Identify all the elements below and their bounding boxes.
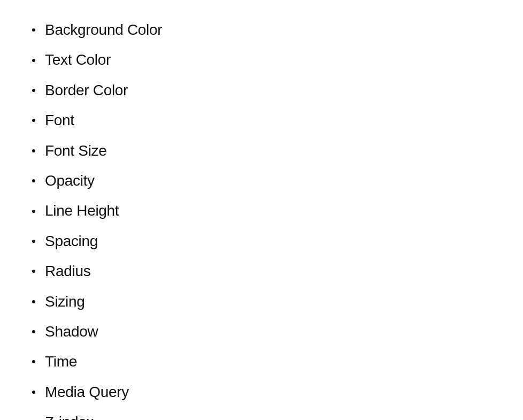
bullet-icon xyxy=(32,240,35,243)
item-label-font-size: Font Size xyxy=(45,141,107,161)
properties-list: Background ColorText ColorBorder ColorFo… xyxy=(0,0,523,420)
item-label-time: Time xyxy=(45,352,77,371)
item-label-font: Font xyxy=(45,111,74,130)
item-label-line-height: Line Height xyxy=(45,201,119,220)
bullet-icon xyxy=(32,210,35,213)
list-item-opacity[interactable]: Opacity xyxy=(32,166,491,196)
item-label-sizing: Sizing xyxy=(45,292,84,311)
bullet-icon xyxy=(32,360,35,363)
bullet-icon xyxy=(32,179,35,182)
item-label-border-color: Border Color xyxy=(45,81,128,100)
list-item-border-color[interactable]: Border Color xyxy=(32,75,491,105)
list-item-time[interactable]: Time xyxy=(32,347,491,377)
bullet-icon xyxy=(32,59,35,62)
item-label-radius: Radius xyxy=(45,262,90,281)
item-label-background-color: Background Color xyxy=(45,20,162,40)
bullet-icon xyxy=(32,119,35,122)
bullet-icon xyxy=(32,391,35,394)
list-item-z-index[interactable]: Z-index xyxy=(32,407,491,420)
bullet-icon xyxy=(32,149,35,152)
list-item-background-color[interactable]: Background Color xyxy=(32,15,491,45)
list-item-font-size[interactable]: Font Size xyxy=(32,136,491,166)
list-item-shadow[interactable]: Shadow xyxy=(32,317,491,347)
item-label-media-query: Media Query xyxy=(45,383,129,402)
item-label-shadow: Shadow xyxy=(45,322,98,341)
list-item-text-color[interactable]: Text Color xyxy=(32,45,491,75)
bullet-icon xyxy=(32,300,35,303)
bullet-icon xyxy=(32,28,35,32)
list-item-radius[interactable]: Radius xyxy=(32,256,491,286)
item-label-z-index: Z-index xyxy=(45,413,94,420)
item-label-opacity: Opacity xyxy=(45,171,95,190)
list-item-spacing[interactable]: Spacing xyxy=(32,226,491,256)
list-item-media-query[interactable]: Media Query xyxy=(32,377,491,407)
bullet-icon xyxy=(32,330,35,333)
item-label-text-color: Text Color xyxy=(45,50,111,70)
list-item-font[interactable]: Font xyxy=(32,105,491,135)
bullet-icon xyxy=(32,89,35,92)
item-label-spacing: Spacing xyxy=(45,232,98,251)
bullet-icon xyxy=(32,270,35,273)
list-item-sizing[interactable]: Sizing xyxy=(32,287,491,317)
list-item-line-height[interactable]: Line Height xyxy=(32,196,491,226)
